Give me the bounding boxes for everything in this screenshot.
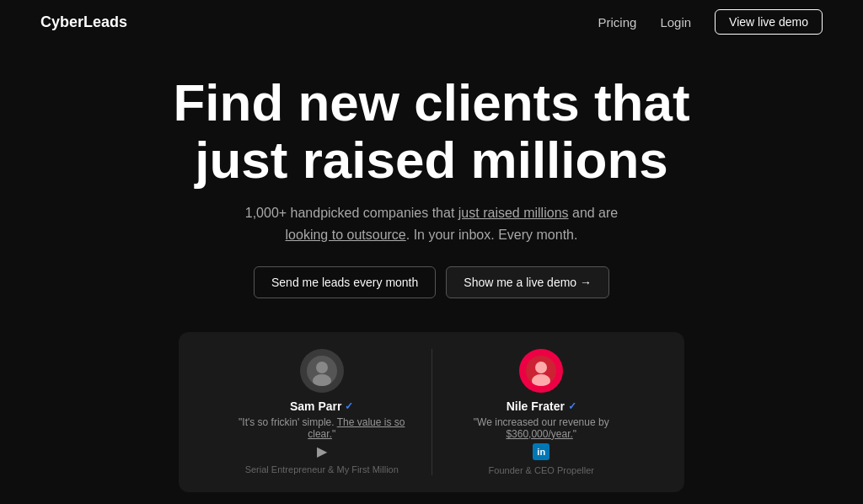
sam-quote: "It's so frickin' simple. The value is s… [229,416,415,440]
show-demo-button[interactable]: Show me a live demo → [446,266,609,298]
nile-quote-link[interactable]: $360,000/year. [506,428,572,440]
nile-quote: "We increased our revenue by $360,000/ye… [449,416,635,440]
avatar-sam [300,349,344,393]
youtube-icon[interactable]: ▶ [317,443,327,459]
nile-name: Nile Frater ✓ [507,399,576,413]
testimonials-section: Sam Parr ✓ "It's so frickin' simple. The… [179,332,684,492]
sam-name: Sam Parr ✓ [290,399,353,413]
testimonial-sam: Sam Parr ✓ "It's so frickin' simple. The… [212,349,432,475]
nav-links: Pricing Login View live demo [598,9,823,35]
svg-point-1 [316,362,328,373]
avatar-nile [519,349,563,393]
hero-buttons: Send me leads every month Show me a live… [254,266,609,298]
hero-link-millions[interactable]: just raised millions [458,206,569,220]
navbar: CyberLeads Pricing Login View live demo [0,0,863,44]
logo: CyberLeads [40,13,127,31]
view-live-demo-button[interactable]: View live demo [715,9,823,35]
send-leads-button[interactable]: Send me leads every month [254,266,436,298]
testimonial-nile: Nile Frater ✓ "We increased our revenue … [432,349,651,475]
hero-title: Find new clients that just raised millio… [173,74,689,189]
nav-login[interactable]: Login [660,15,691,29]
linkedin-icon[interactable]: in [533,443,549,460]
nile-role: Founder & CEO Propeller [489,465,594,475]
nav-pricing[interactable]: Pricing [598,15,637,29]
sam-quote-link[interactable]: The value is so clear. [308,416,405,440]
hero-link-outsource[interactable]: looking to outsource [286,228,406,242]
hero-section: Find new clients that just raised millio… [0,44,863,315]
nile-verified: ✓ [568,400,576,412]
hero-subtitle: 1,000+ handpicked companies that just ra… [238,202,625,245]
svg-point-4 [535,362,547,373]
sam-verified: ✓ [345,400,353,412]
sam-role: Serial Entrepreneur & My First Million [245,464,399,475]
